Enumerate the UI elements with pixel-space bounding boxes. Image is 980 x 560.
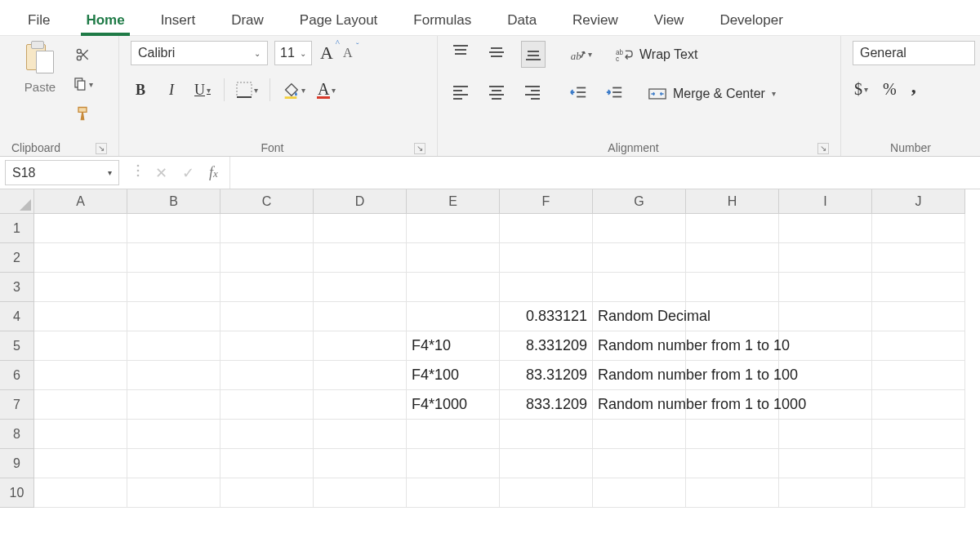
cell-G8[interactable]: [593, 420, 686, 449]
align-middle-button[interactable]: [485, 41, 508, 68]
cell-A2[interactable]: [34, 243, 127, 273]
cell-G9[interactable]: [593, 449, 686, 478]
align-center-button[interactable]: [485, 81, 508, 106]
font-size-combo[interactable]: 11 ⌄: [274, 41, 312, 65]
cell-E1[interactable]: [407, 214, 500, 243]
column-header-D[interactable]: D: [314, 189, 407, 214]
cell-E10[interactable]: [407, 478, 500, 508]
cell-H2[interactable]: [686, 243, 779, 273]
cell-A3[interactable]: [34, 273, 127, 302]
cell-E5[interactable]: F4*10: [407, 331, 500, 361]
tab-draw[interactable]: Draw: [213, 4, 282, 35]
clipboard-dialog-launcher[interactable]: [96, 143, 107, 154]
cell-B8[interactable]: [127, 420, 220, 449]
row-header-4[interactable]: 4: [0, 302, 34, 331]
paste-button[interactable]: Paste: [11, 41, 69, 94]
cut-button[interactable]: [72, 44, 93, 65]
cell-C7[interactable]: [220, 390, 314, 420]
cell-A10[interactable]: [34, 478, 127, 508]
bold-button[interactable]: B: [131, 80, 150, 100]
cell-D10[interactable]: [314, 478, 407, 508]
tab-page-layout[interactable]: Page Layout: [282, 4, 395, 35]
merge-center-button[interactable]: Merge & Center ▾: [648, 86, 776, 102]
decrease-indent-button[interactable]: [567, 82, 590, 105]
cell-F2[interactable]: [500, 243, 593, 273]
cell-D6[interactable]: [314, 361, 407, 390]
column-header-C[interactable]: C: [220, 189, 314, 214]
cell-G2[interactable]: [593, 243, 686, 273]
cell-B10[interactable]: [127, 478, 220, 508]
cell-E2[interactable]: [407, 243, 500, 273]
cell-F9[interactable]: [500, 449, 593, 478]
cell-J5[interactable]: [872, 331, 965, 361]
column-header-H[interactable]: H: [686, 189, 779, 214]
cell-J2[interactable]: [872, 243, 965, 273]
cell-E7[interactable]: F4*1000: [407, 390, 500, 420]
select-all-corner[interactable]: [0, 189, 34, 214]
cell-A6[interactable]: [34, 361, 127, 390]
tab-formulas[interactable]: Formulas: [395, 4, 489, 35]
cell-B7[interactable]: [127, 390, 220, 420]
cell-B4[interactable]: [127, 302, 220, 331]
cell-D8[interactable]: [314, 420, 407, 449]
row-header-8[interactable]: 8: [0, 420, 34, 449]
tab-view[interactable]: View: [636, 4, 702, 35]
cell-E6[interactable]: F4*100: [407, 361, 500, 390]
cell-D2[interactable]: [314, 243, 407, 273]
accounting-format-button[interactable]: $ ▾: [853, 80, 870, 99]
cell-I3[interactable]: [779, 273, 872, 302]
column-header-I[interactable]: I: [779, 189, 872, 214]
cell-C1[interactable]: [220, 214, 314, 243]
cell-C3[interactable]: [220, 273, 314, 302]
insert-function-button[interactable]: fx: [209, 164, 218, 181]
borders-button[interactable]: ▾: [236, 82, 258, 98]
cell-H8[interactable]: [686, 420, 779, 449]
cell-D7[interactable]: [314, 390, 407, 420]
cell-E3[interactable]: [407, 273, 500, 302]
column-header-E[interactable]: E: [407, 189, 500, 214]
row-header-5[interactable]: 5: [0, 331, 34, 361]
cell-E9[interactable]: [407, 449, 500, 478]
cell-A1[interactable]: [34, 214, 127, 243]
cell-D1[interactable]: [314, 214, 407, 243]
cell-J9[interactable]: [872, 449, 965, 478]
cell-C4[interactable]: [220, 302, 314, 331]
cell-B6[interactable]: [127, 361, 220, 390]
column-header-J[interactable]: J: [872, 189, 965, 214]
format-painter-button[interactable]: [72, 103, 93, 124]
cell-G7[interactable]: Random number from 1 to 1000: [593, 390, 686, 420]
row-header-10[interactable]: 10: [0, 478, 34, 508]
row-header-7[interactable]: 7: [0, 390, 34, 420]
cell-C2[interactable]: [220, 243, 314, 273]
cancel-formula-button[interactable]: ✕: [155, 164, 167, 182]
cell-A4[interactable]: [34, 302, 127, 331]
cell-G1[interactable]: [593, 214, 686, 243]
cell-B3[interactable]: [127, 273, 220, 302]
cell-I5[interactable]: [779, 331, 872, 361]
cell-G10[interactable]: [593, 478, 686, 508]
align-bottom-button[interactable]: [521, 41, 546, 68]
percent-format-button[interactable]: %: [881, 80, 898, 99]
row-header-2[interactable]: 2: [0, 243, 34, 273]
cell-F4[interactable]: 0.833121: [500, 302, 593, 331]
font-color-button[interactable]: A ▾: [317, 82, 336, 99]
cell-A8[interactable]: [34, 420, 127, 449]
tab-data[interactable]: Data: [489, 4, 555, 35]
copy-button[interactable]: ▾: [72, 73, 93, 95]
cell-F5[interactable]: 8.331209: [500, 331, 593, 361]
tab-file[interactable]: File: [10, 4, 68, 35]
column-header-A[interactable]: A: [34, 189, 127, 214]
column-header-B[interactable]: B: [127, 189, 220, 214]
cell-J3[interactable]: [872, 273, 965, 302]
cell-E4[interactable]: [407, 302, 500, 331]
cell-C8[interactable]: [220, 420, 314, 449]
cell-F10[interactable]: [500, 478, 593, 508]
formula-input[interactable]: [229, 157, 980, 189]
cell-F7[interactable]: 833.1209: [500, 390, 593, 420]
cell-G3[interactable]: [593, 273, 686, 302]
row-header-3[interactable]: 3: [0, 273, 34, 302]
font-dialog-launcher[interactable]: [414, 143, 425, 154]
cell-F8[interactable]: [500, 420, 593, 449]
cell-H9[interactable]: [686, 449, 779, 478]
cell-J4[interactable]: [872, 302, 965, 331]
